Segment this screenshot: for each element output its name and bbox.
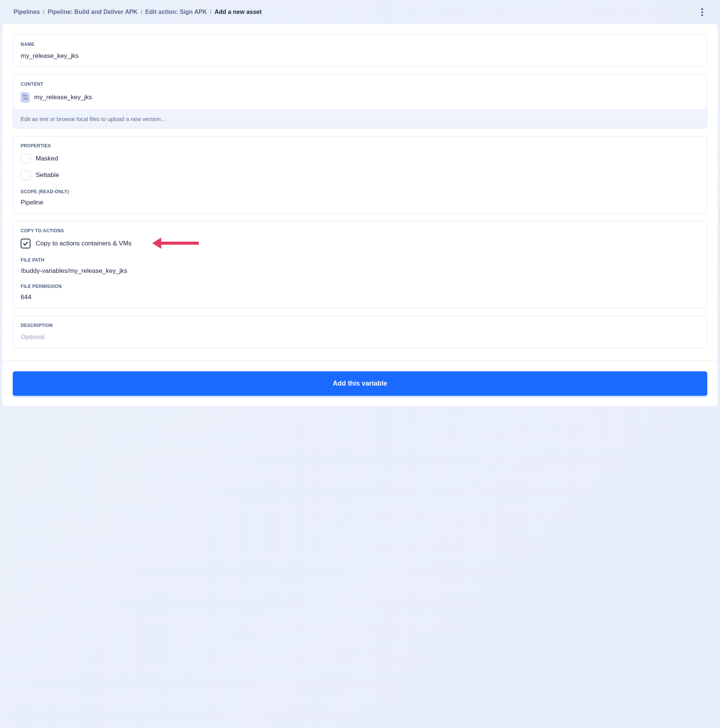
name-label: NAME <box>21 42 699 47</box>
name-section[interactable]: NAME my_release_key_jks <box>13 35 707 67</box>
content-hint[interactable]: Edit as text or browse local files to up… <box>13 109 707 128</box>
breadcrumb: Pipelines / Pipeline: Build and Deliver … <box>14 9 261 15</box>
copy-label: COPY TO ACTIONS <box>21 228 699 233</box>
page-header: Pipelines / Pipeline: Build and Deliver … <box>0 0 720 24</box>
breadcrumb-edit-action[interactable]: Edit action: Sign APK <box>145 9 207 15</box>
masked-label: Masked <box>36 155 58 162</box>
breadcrumb-pipelines[interactable]: Pipelines <box>14 9 40 15</box>
breadcrumb-current: Add a new asset <box>215 9 261 15</box>
scope-label: SCOPE (READ-ONLY) <box>21 189 699 194</box>
check-icon <box>23 240 29 246</box>
copy-checkbox[interactable] <box>21 239 31 248</box>
name-input[interactable]: my_release_key_jks <box>21 52 699 60</box>
settable-checkbox[interactable] <box>21 170 31 180</box>
breadcrumb-separator: / <box>141 9 142 15</box>
settable-row: Settable <box>21 170 699 180</box>
file-permission-label: FILE PERMISSION <box>21 284 699 289</box>
copy-checkbox-label: Copy to actions containers & VMs <box>36 240 131 247</box>
file-path-value[interactable]: /buddy-variables/my_release_key_jks <box>21 267 699 275</box>
footer-bar: Add this variable <box>2 361 718 406</box>
file-permission-group: FILE PERMISSION 644 <box>21 284 699 301</box>
add-variable-button[interactable]: Add this variable <box>13 371 707 396</box>
settable-label: Settable <box>36 171 59 179</box>
content-label: CONTENT <box>13 75 707 87</box>
file-icon: 001100 <box>21 92 30 102</box>
scope-value: Pipeline <box>21 199 699 206</box>
copy-to-actions-section: COPY TO ACTIONS Copy to actions containe… <box>13 221 707 308</box>
more-menu-icon[interactable] <box>697 8 706 17</box>
masked-checkbox[interactable] <box>21 154 31 164</box>
file-path-group: FILE PATH /buddy-variables/my_release_ke… <box>21 257 699 275</box>
masked-row: Masked <box>21 154 699 164</box>
content-filename: my_release_key_jks <box>34 93 92 101</box>
description-section[interactable]: DESCRIPTION Optional. <box>13 316 707 348</box>
description-label: DESCRIPTION <box>21 323 699 328</box>
content-file-row: 001100 my_release_key_jks <box>13 87 707 109</box>
breadcrumb-separator: / <box>210 9 211 15</box>
arrow-annotation <box>152 237 199 249</box>
copy-checkbox-row: Copy to actions containers & VMs <box>21 239 699 248</box>
breadcrumb-separator: / <box>43 9 44 15</box>
main-content: NAME my_release_key_jks CONTENT 001100 m… <box>2 24 718 361</box>
file-path-label: FILE PATH <box>21 257 699 263</box>
properties-section: PROPERTIES Masked Settable SCOPE (READ-O… <box>13 136 707 214</box>
file-permission-value[interactable]: 644 <box>21 294 699 301</box>
properties-label: PROPERTIES <box>21 143 699 148</box>
description-input[interactable]: Optional. <box>21 333 699 341</box>
content-section: CONTENT 001100 my_release_key_jks Edit a… <box>13 74 707 128</box>
breadcrumb-pipeline-name[interactable]: Pipeline: Build and Deliver APK <box>48 9 138 15</box>
